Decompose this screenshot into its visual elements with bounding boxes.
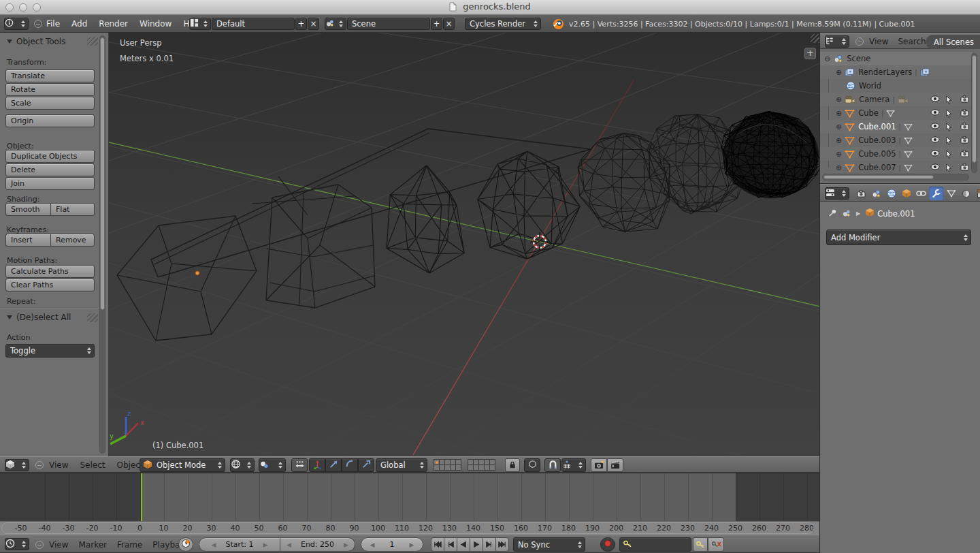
- layer-toggle[interactable]: [489, 464, 495, 471]
- info-menu-file[interactable]: File: [46, 19, 60, 29]
- play-reverse-button[interactable]: [457, 537, 470, 552]
- opengl-render-anim-button[interactable]: [607, 458, 623, 472]
- editor-type-selector-outliner[interactable]: [825, 35, 849, 48]
- current-frame-field[interactable]: ◀1▶: [361, 537, 423, 552]
- selectability-cursor-icon[interactable]: [945, 109, 952, 118]
- insert-keyframe-button-timeline[interactable]: [693, 537, 708, 552]
- properties-tab-modifiers[interactable]: [929, 187, 943, 200]
- outliner-row-cube-003[interactable]: ⊕Cube.003|: [820, 133, 973, 147]
- outliner-hscrollbar[interactable]: [822, 174, 969, 180]
- outliner-vscrollbar[interactable]: [971, 53, 977, 173]
- visibility-eye-icon[interactable]: [930, 95, 940, 102]
- editor-type-selector-properties[interactable]: [825, 187, 849, 200]
- visibility-eye-icon[interactable]: [930, 163, 940, 170]
- properties-tab-world[interactable]: [884, 187, 898, 200]
- transform-orientation-select[interactable]: Global: [376, 458, 427, 472]
- open-properties-region-button[interactable]: +: [804, 48, 816, 59]
- outliner-menu-search[interactable]: Search: [898, 37, 926, 46]
- flat-button[interactable]: Flat: [50, 203, 95, 216]
- outliner-row-cube[interactable]: ⊕Cube|: [820, 106, 973, 120]
- properties-tab-object[interactable]: [899, 187, 913, 200]
- outliner-row-renderlayers[interactable]: ⊕RenderLayers|: [820, 65, 973, 79]
- properties-tab-material[interactable]: [959, 187, 973, 200]
- panel-header-deselect-all[interactable]: (De)select All: [7, 313, 71, 322]
- outliner-row-cube-005[interactable]: ⊕Cube.005|: [820, 147, 973, 161]
- snap-element-select[interactable]: [561, 458, 586, 472]
- outliner-item-label[interactable]: Cube.001: [858, 122, 896, 131]
- view3d-menu-view[interactable]: View: [49, 460, 68, 470]
- scrollbar-thumb[interactable]: [823, 175, 934, 179]
- panel-header-object-tools[interactable]: Object Tools: [7, 37, 65, 46]
- opengl-render-button[interactable]: [591, 458, 607, 472]
- scale-button[interactable]: Scale: [5, 97, 95, 110]
- info-menu-render[interactable]: Render: [99, 19, 128, 29]
- outliner-item-label[interactable]: Cube: [858, 108, 879, 118]
- panel-drag-handle[interactable]: [87, 37, 98, 46]
- properties-tab-constraints[interactable]: [914, 187, 928, 200]
- delete-scene-button[interactable]: ×: [443, 18, 455, 30]
- visibility-eye-icon[interactable]: [930, 109, 940, 116]
- outliner-item-label[interactable]: Cube.003: [858, 136, 896, 145]
- collapse-icon[interactable]: ⊖: [824, 54, 830, 63]
- viewport-3d[interactable]: z x y User Persp Meters x 0.01 (1) Cube.…: [109, 33, 820, 456]
- outliner-row-world[interactable]: World: [820, 79, 973, 93]
- scale-manipulator-button[interactable]: [358, 458, 374, 472]
- properties-tab-render[interactable]: [854, 187, 868, 200]
- properties-tab-texture[interactable]: [974, 187, 980, 200]
- visibility-eye-icon[interactable]: [930, 136, 940, 143]
- editor-type-selector-timeline[interactable]: [5, 538, 29, 550]
- info-menu-window[interactable]: Window: [140, 19, 172, 29]
- renderability-camera-icon[interactable]: [960, 95, 969, 103]
- jump-end-button[interactable]: [495, 537, 509, 552]
- timeline-ruler[interactable]: -50-40-30-20-100102030405060708090100110…: [0, 521, 820, 535]
- frame-start-field[interactable]: ◀Start: 1▶: [199, 537, 280, 552]
- outliner-item-label[interactable]: Cube.005: [858, 149, 896, 159]
- expand-icon[interactable]: ⊕: [836, 163, 842, 172]
- expand-icon[interactable]: ⊕: [836, 150, 842, 159]
- outliner-menu-view[interactable]: View: [869, 37, 888, 46]
- properties-tab-scene[interactable]: [869, 187, 883, 200]
- scrollbar-thumb[interactable]: [100, 37, 105, 310]
- panel-drag-handle[interactable]: [87, 313, 98, 322]
- renderability-camera-icon[interactable]: [960, 150, 969, 157]
- render-engine-select[interactable]: Cycles Render: [465, 18, 541, 30]
- expand-icon[interactable]: ⊕: [836, 109, 842, 118]
- outliner-row-scene[interactable]: ⊖Scene: [820, 52, 973, 65]
- selectability-cursor-icon[interactable]: [945, 150, 952, 159]
- pin-icon[interactable]: [828, 207, 837, 220]
- collapse-menus-toggle[interactable]: [855, 37, 864, 46]
- add-layout-button[interactable]: +: [295, 18, 307, 30]
- screen-layout-name[interactable]: Default: [212, 18, 295, 30]
- play-button[interactable]: [470, 537, 483, 552]
- selectability-cursor-icon[interactable]: [945, 136, 952, 145]
- renderability-camera-icon[interactable]: [960, 136, 969, 144]
- outliner-item-label[interactable]: World: [859, 81, 881, 91]
- calculate-paths-button[interactable]: Calculate Paths: [5, 265, 95, 278]
- remove-keyframe-button[interactable]: Remove: [50, 234, 95, 247]
- add-modifier-select[interactable]: Add Modifier: [826, 230, 971, 245]
- duplicate-objects-button[interactable]: Duplicate Objects: [5, 150, 95, 163]
- rotate-manipulator-button[interactable]: [325, 458, 342, 472]
- expand-icon[interactable]: ⊕: [836, 123, 842, 131]
- pivot-point-select[interactable]: [259, 458, 286, 472]
- expand-icon[interactable]: ⊕: [836, 136, 842, 145]
- join-button[interactable]: Join: [5, 177, 95, 190]
- outliner-row-cube-001[interactable]: ⊕Cube.001|: [820, 120, 973, 133]
- outliner-row-camera[interactable]: ⊕Camera|: [820, 93, 973, 106]
- insert-keyframe-button[interactable]: Insert: [5, 234, 50, 247]
- deselect-action-select[interactable]: Toggle: [5, 344, 95, 358]
- prev-keyframe-button[interactable]: [444, 537, 457, 552]
- lock-to-scene-button[interactable]: [505, 458, 520, 472]
- info-menu-add[interactable]: Add: [71, 19, 87, 29]
- keying-set-field[interactable]: [619, 537, 691, 552]
- use-preview-range-toggle[interactable]: [178, 537, 193, 552]
- timeline-menu-frame[interactable]: Frame: [117, 540, 142, 550]
- editor-type-selector-3dview[interactable]: [5, 459, 29, 471]
- delete-keyframe-button-timeline[interactable]: [708, 537, 724, 552]
- tool-shelf-scrollbar[interactable]: [99, 35, 105, 454]
- scrollbar-thumb[interactable]: [972, 55, 977, 163]
- next-keyframe-button[interactable]: [483, 537, 496, 552]
- timeline-track[interactable]: [0, 473, 820, 521]
- selectability-cursor-icon[interactable]: [945, 95, 952, 104]
- area-divider[interactable]: [819, 33, 820, 553]
